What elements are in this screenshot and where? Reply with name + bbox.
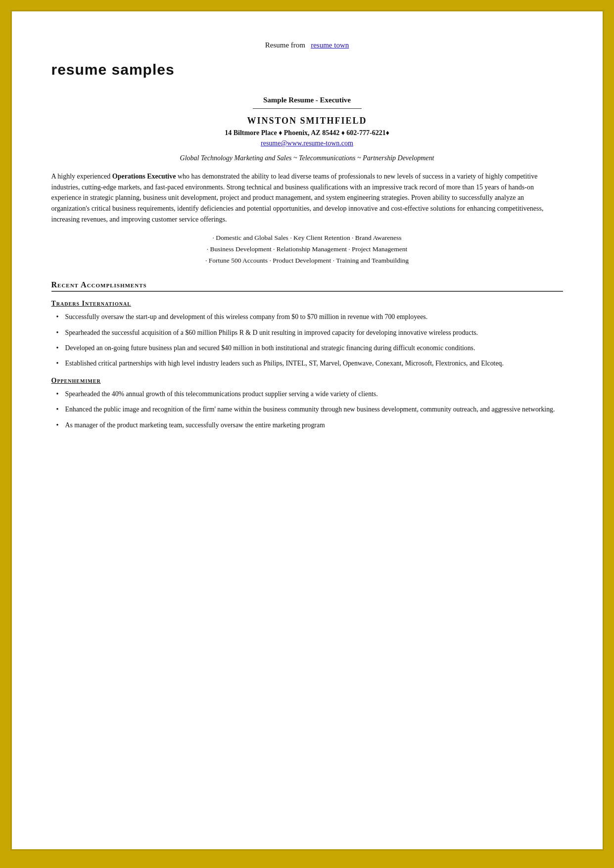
- accomplishments-section: Recent Accomplishments Traders Internati…: [51, 280, 563, 430]
- traders-bullets: Successfully oversaw the start-up and de…: [51, 312, 563, 369]
- accomplishments-heading: Recent Accomplishments: [51, 280, 563, 292]
- candidate-address: 14 Biltmore Place ♦ Phoenix, AZ 85442 ♦ …: [51, 129, 563, 137]
- company-block-traders: Traders International Successfully overs…: [51, 300, 563, 369]
- candidate-email: resume@www.resume-town.com: [51, 139, 563, 147]
- header-line: Resume from resume town: [51, 41, 563, 49]
- skills-row-2: · Business Development · Relationship Ma…: [51, 244, 563, 255]
- list-item: Enhanced the public image and recognitio…: [56, 404, 563, 414]
- company-name-oppenheimer: Oppenhemimer: [51, 377, 563, 385]
- tagline: Global Technology Marketing and Sales ~ …: [51, 154, 563, 162]
- oppenheimer-bullets: Spearheaded the 40% annual growth of thi…: [51, 389, 563, 430]
- list-item: Successfully oversaw the start-up and de…: [56, 312, 563, 322]
- list-item: Spearheaded the successful acquisition o…: [56, 327, 563, 338]
- company-block-oppenheimer: Oppenhemimer Spearheaded the 40% annual …: [51, 377, 563, 430]
- resume-from-text: Resume from: [265, 41, 305, 49]
- resume-town-link[interactable]: resume town: [311, 41, 349, 49]
- summary-bold: Operations Executive: [112, 173, 176, 180]
- list-item: Developed an on-going future business pl…: [56, 343, 563, 353]
- email-link[interactable]: resume@www.resume-town.com: [261, 139, 353, 147]
- candidate-name: Winston Smithfield: [51, 116, 563, 126]
- name-divider: [253, 108, 362, 109]
- skills-row-1: · Domestic and Global Sales · Key Client…: [51, 232, 563, 244]
- list-item: As manager of the product marketing team…: [56, 420, 563, 430]
- skills-section: · Domestic and Global Sales · Key Client…: [51, 232, 563, 267]
- page-title: resume samples: [51, 61, 563, 78]
- resume-subtitle: Sample Resume - Executive: [51, 96, 563, 104]
- skills-row-3: · Fortune 500 Accounts · Product Develop…: [51, 255, 563, 267]
- summary-paragraph: A highly experienced Operations Executiv…: [51, 171, 563, 225]
- company-name-traders: Traders International: [51, 300, 563, 308]
- list-item: Established critical partnerships with h…: [56, 358, 563, 368]
- page-container: Resume from resume town resume samples S…: [10, 10, 604, 851]
- list-item: Spearheaded the 40% annual growth of thi…: [56, 389, 563, 399]
